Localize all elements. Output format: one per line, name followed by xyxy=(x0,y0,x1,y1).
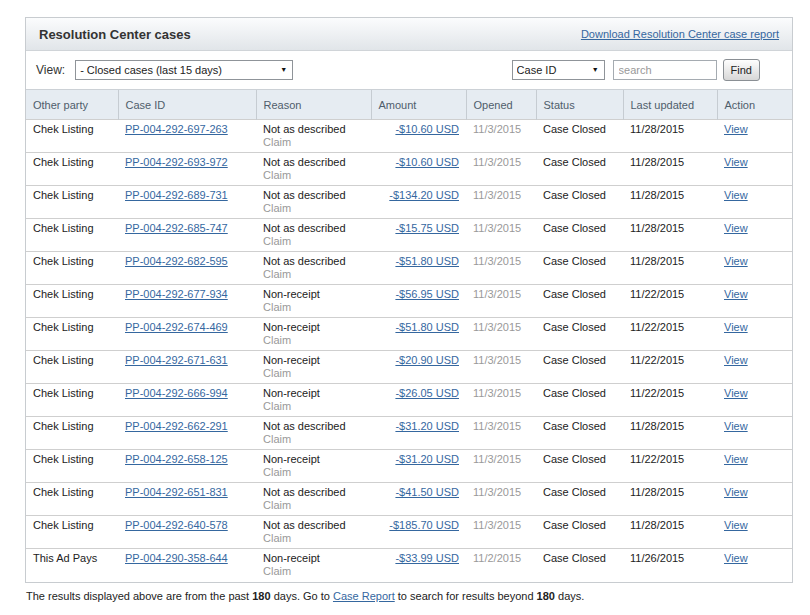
search-input[interactable] xyxy=(613,60,717,80)
amount-cell: -$185.70 USD xyxy=(371,516,466,549)
amount-link[interactable]: -$33.99 USD xyxy=(395,552,459,564)
status-cell: Case Closed xyxy=(536,252,623,285)
reason-text: Non-receipt xyxy=(263,354,364,367)
case-id-cell: PP-004-292-662-291 xyxy=(118,417,256,450)
view-case-link[interactable]: View xyxy=(724,453,748,465)
view-case-link[interactable]: View xyxy=(724,123,748,135)
case-id-link[interactable]: PP-004-292-677-934 xyxy=(125,288,228,300)
last-updated-cell: 11/28/2015 xyxy=(623,417,717,450)
view-select-wrap: - Closed cases (last 15 days) ▼ xyxy=(75,60,293,80)
reason-text: Not as described xyxy=(263,123,364,136)
case-id-cell: PP-004-292-666-994 xyxy=(118,384,256,417)
reason-text: Not as described xyxy=(263,189,364,202)
view-select[interactable]: - Closed cases (last 15 days) xyxy=(75,60,293,80)
case-id-link[interactable]: PP-004-292-658-125 xyxy=(125,453,228,465)
view-case-link[interactable]: View xyxy=(724,552,748,564)
view-case-link[interactable]: View xyxy=(724,387,748,399)
reason-cell: Not as describedClaim xyxy=(256,252,371,285)
amount-link[interactable]: -$41.50 USD xyxy=(395,486,459,498)
case-id-link[interactable]: PP-004-292-671-631 xyxy=(125,354,228,366)
action-cell: View xyxy=(717,483,792,516)
case-id-link[interactable]: PP-004-292-697-263 xyxy=(125,123,228,135)
amount-link[interactable]: -$31.20 USD xyxy=(395,420,459,432)
case-id-link[interactable]: PP-004-292-693-972 xyxy=(125,156,228,168)
column-header-last-updated: Last updated xyxy=(623,90,717,120)
amount-link[interactable]: -$56.95 USD xyxy=(395,288,459,300)
table-row: Chek ListingPP-004-292-682-595Not as des… xyxy=(26,252,792,285)
view-case-link[interactable]: View xyxy=(724,486,748,498)
amount-cell: -$134.20 USD xyxy=(371,186,466,219)
case-id-cell: PP-004-292-671-631 xyxy=(118,351,256,384)
view-case-link[interactable]: View xyxy=(724,288,748,300)
view-case-link[interactable]: View xyxy=(724,321,748,333)
view-case-link[interactable]: View xyxy=(724,255,748,267)
search-field-select-wrap: Case ID ▼ xyxy=(512,60,605,80)
reason-type-text: Claim xyxy=(263,433,364,446)
case-id-link[interactable]: PP-004-292-651-831 xyxy=(125,486,228,498)
action-cell: View xyxy=(717,351,792,384)
last-updated-cell: 11/28/2015 xyxy=(623,219,717,252)
status-cell: Case Closed xyxy=(536,351,623,384)
case-id-link[interactable]: PP-004-292-674-469 xyxy=(125,321,228,333)
case-id-link[interactable]: PP-004-292-666-994 xyxy=(125,387,228,399)
action-cell: View xyxy=(717,417,792,450)
reason-cell: Non-receiptClaim xyxy=(256,450,371,483)
note-text: to search for results beyond xyxy=(395,590,537,602)
column-header-amount: Amount xyxy=(371,90,466,120)
find-button[interactable]: Find xyxy=(723,59,760,81)
search-group: Case ID ▼ Find xyxy=(512,59,760,81)
case-id-cell: PP-004-292-693-972 xyxy=(118,153,256,186)
reason-type-text: Claim xyxy=(263,202,364,215)
last-updated-cell: 11/22/2015 xyxy=(623,450,717,483)
case-id-link[interactable]: PP-004-292-662-291 xyxy=(125,420,228,432)
amount-link[interactable]: -$51.80 USD xyxy=(395,255,459,267)
panel-header: Resolution Center cases Download Resolut… xyxy=(26,18,792,51)
amount-link[interactable]: -$10.60 USD xyxy=(395,123,459,135)
view-case-link[interactable]: View xyxy=(724,156,748,168)
last-updated-cell: 11/28/2015 xyxy=(623,252,717,285)
case-id-link[interactable]: PP-004-290-358-644 xyxy=(125,552,228,564)
download-case-report-link[interactable]: Download Resolution Center case report xyxy=(581,28,779,40)
reason-cell: Non-receiptClaim xyxy=(256,351,371,384)
case-id-link[interactable]: PP-004-292-640-578 xyxy=(125,519,228,531)
other-party-cell: Chek Listing xyxy=(26,252,118,285)
case-id-link[interactable]: PP-004-292-685-747 xyxy=(125,222,228,234)
action-cell: View xyxy=(717,549,792,582)
search-field-select[interactable]: Case ID xyxy=(512,60,605,80)
case-report-link[interactable]: Case Report xyxy=(333,590,395,602)
amount-link[interactable]: -$15.75 USD xyxy=(395,222,459,234)
reason-type-text: Claim xyxy=(263,301,364,314)
case-id-link[interactable]: PP-004-292-689-731 xyxy=(125,189,228,201)
note-text: The results displayed above are from the… xyxy=(26,590,252,602)
amount-link[interactable]: -$26.05 USD xyxy=(395,387,459,399)
view-case-link[interactable]: View xyxy=(724,519,748,531)
amount-link[interactable]: -$20.90 USD xyxy=(395,354,459,366)
case-id-link[interactable]: PP-004-292-682-595 xyxy=(125,255,228,267)
resolution-center-page: Resolution Center cases Download Resolut… xyxy=(0,0,810,615)
view-case-link[interactable]: View xyxy=(724,420,748,432)
amount-link[interactable]: -$10.60 USD xyxy=(395,156,459,168)
table-row: This Ad PaysPP-004-290-358-644Non-receip… xyxy=(26,549,792,582)
column-header-opened: Opened xyxy=(466,90,536,120)
action-cell: View xyxy=(717,318,792,351)
opened-cell: 11/3/2015 xyxy=(466,120,536,153)
amount-link[interactable]: -$51.80 USD xyxy=(395,321,459,333)
other-party-cell: Chek Listing xyxy=(26,351,118,384)
column-header-status: Status xyxy=(536,90,623,120)
table-row: Chek ListingPP-004-292-651-831Not as des… xyxy=(26,483,792,516)
view-case-link[interactable]: View xyxy=(724,189,748,201)
note-days-bold: 180 xyxy=(252,590,270,602)
amount-cell: -$31.20 USD xyxy=(371,417,466,450)
opened-cell: 11/3/2015 xyxy=(466,516,536,549)
reason-type-text: Claim xyxy=(263,235,364,248)
column-header-case-id: Case ID xyxy=(118,90,256,120)
view-case-link[interactable]: View xyxy=(724,222,748,234)
view-case-link[interactable]: View xyxy=(724,354,748,366)
reason-text: Non-receipt xyxy=(263,288,364,301)
amount-link[interactable]: -$185.70 USD xyxy=(389,519,459,531)
action-cell: View xyxy=(717,153,792,186)
results-range-note: The results displayed above are from the… xyxy=(26,590,584,602)
reason-type-text: Claim xyxy=(263,400,364,413)
amount-link[interactable]: -$134.20 USD xyxy=(389,189,459,201)
amount-link[interactable]: -$31.20 USD xyxy=(395,453,459,465)
